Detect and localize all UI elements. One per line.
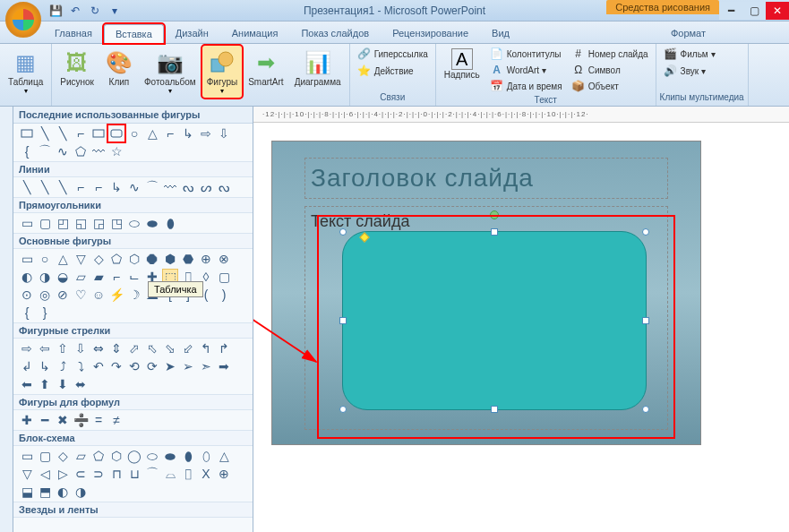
shape-item[interactable]: ➢ [180, 358, 196, 374]
shape-item[interactable]: ↱ [216, 340, 232, 356]
shape-item[interactable]: ⬁ [144, 340, 160, 356]
shape-item[interactable]: ▽ [73, 251, 89, 267]
shape-item[interactable]: ⬬ [162, 448, 178, 464]
shape-item[interactable]: ⬮ [162, 215, 178, 231]
shape-item[interactable]: ⌷ [180, 466, 196, 482]
shape-item[interactable]: ➗ [73, 412, 89, 428]
shape-item[interactable]: ╲ [19, 179, 35, 195]
shape-item[interactable]: ⬇ [55, 376, 71, 392]
shape-item[interactable]: ⚡ [108, 287, 124, 303]
chart-button[interactable]: 📊Диаграмма [290, 46, 346, 90]
shape-item[interactable]: ⇦ [37, 340, 53, 356]
shape-item[interactable]: ◑ [73, 484, 89, 500]
office-button[interactable] [5, 2, 41, 38]
shape-line-icon[interactable]: ╲ [37, 125, 53, 142]
shape-arc-icon[interactable]: ⌒ [37, 143, 53, 159]
undo-icon[interactable]: ↶ [66, 4, 84, 18]
shape-item[interactable]: ⬌ [73, 376, 89, 392]
shape-item[interactable]: ⬂ [162, 340, 178, 356]
shape-item[interactable]: ⊕ [216, 466, 232, 482]
sound-button[interactable]: 🔊Звук ▾ [660, 63, 710, 79]
shape-item[interactable]: ⊙ [19, 287, 35, 303]
shape-item[interactable]: ⊂ [73, 466, 89, 482]
shape-item[interactable]: ⬬ [144, 215, 160, 231]
shape-item[interactable]: ◇ [90, 251, 107, 267]
object-button[interactable]: 📦Объект [568, 78, 652, 94]
shape-item[interactable]: ⇔ [90, 340, 107, 356]
minimize-button[interactable]: ━ [719, 2, 742, 20]
shape-item[interactable]: { [19, 305, 35, 321]
shape-item[interactable]: ↶ [90, 358, 107, 374]
shape-item[interactable]: ▷ [55, 466, 71, 482]
shape-line2-icon[interactable]: ╲ [55, 125, 71, 142]
shape-item[interactable]: ⬆ [37, 376, 53, 392]
selection-handle-sw[interactable] [339, 406, 347, 413]
shape-item[interactable]: ↲ [19, 358, 35, 374]
shape-item[interactable]: 〰 [162, 179, 178, 195]
tab-animation[interactable]: Анимация [220, 23, 290, 43]
shape-item[interactable]: ⊕ [198, 251, 214, 267]
shape-item[interactable]: ⬣ [180, 251, 196, 267]
shape-item[interactable]: ⬓ [19, 484, 35, 500]
shape-item[interactable]: ◒ [55, 269, 71, 285]
shape-connector-icon[interactable]: ⌐ [73, 125, 89, 142]
shape-item[interactable]: ᔓ [180, 179, 196, 195]
header-footer-button[interactable]: 📄Колонтитулы [486, 46, 566, 62]
shape-item[interactable]: ☽ [126, 287, 142, 303]
picture-button[interactable]: 🖼Рисунок [56, 46, 99, 90]
selection-handle-e[interactable] [642, 317, 649, 324]
datetime-button[interactable]: 📅Дата и время [486, 78, 566, 94]
shape-item[interactable]: △ [55, 251, 71, 267]
shape-item[interactable]: ) [216, 287, 232, 303]
shape-item[interactable]: ⬀ [126, 340, 142, 356]
shape-item[interactable]: ➣ [198, 358, 214, 374]
shape-item[interactable]: ◳ [108, 215, 124, 231]
shape-freeform-icon[interactable]: ⬠ [73, 143, 89, 159]
redo-icon[interactable]: ↻ [86, 4, 104, 18]
shape-item[interactable]: ◐ [55, 484, 71, 500]
shape-item[interactable]: ⇧ [55, 340, 71, 356]
shape-item[interactable]: } [37, 305, 53, 321]
shape-item[interactable]: ∿ [126, 179, 142, 195]
shape-item[interactable]: = [90, 412, 107, 428]
shape-item[interactable]: ⌙ [126, 269, 142, 285]
shape-item[interactable]: ▰ [90, 269, 107, 285]
shape-item[interactable]: ᔓ [216, 179, 232, 195]
shape-item[interactable]: ⇩ [73, 340, 89, 356]
shape-item[interactable]: ◲ [90, 215, 107, 231]
qat-more-icon[interactable]: ▾ [106, 4, 124, 18]
shape-item[interactable]: ◰ [55, 215, 71, 231]
shape-item[interactable]: ⌒ [144, 466, 160, 482]
shape-connector2-icon[interactable]: ⌐ [162, 125, 178, 142]
shape-item[interactable]: ▭ [19, 448, 35, 464]
smartart-button[interactable]: ➡SmartArt [244, 46, 287, 90]
shape-item[interactable]: ◑ [37, 269, 53, 285]
wordart-button[interactable]: AWordArt ▾ [486, 62, 566, 78]
rotation-handle[interactable] [490, 210, 499, 219]
shape-item[interactable]: ⊗ [216, 251, 232, 267]
shape-item[interactable]: ⤴ [55, 358, 71, 374]
clipart-button[interactable]: 🎨Клип [100, 46, 138, 90]
shape-oval-icon[interactable]: ○ [126, 125, 142, 142]
textbox-button[interactable]: AНадпись [440, 46, 485, 82]
tab-view[interactable]: Вид [480, 23, 521, 43]
shape-item[interactable]: ↷ [108, 358, 124, 374]
shape-item[interactable]: ᔕ [198, 179, 214, 195]
shape-item[interactable]: ⟳ [144, 358, 160, 374]
tab-design[interactable]: Дизайн [164, 23, 220, 43]
shape-item[interactable]: ↳ [37, 358, 53, 374]
tab-review[interactable]: Рецензирование [381, 23, 480, 43]
close-button[interactable]: ✕ [766, 2, 789, 20]
shape-item[interactable]: ⊓ [108, 466, 124, 482]
shape-item[interactable]: ◱ [73, 215, 89, 231]
shape-item[interactable]: ✖ [55, 412, 71, 428]
shape-item[interactable]: X [198, 466, 214, 482]
symbol-button[interactable]: ΩСимвол [568, 62, 652, 78]
shape-item[interactable]: ⬠ [90, 448, 107, 464]
shape-star-icon[interactable]: ☆ [108, 143, 124, 159]
shape-brace-icon[interactable]: { [19, 143, 35, 159]
shape-item[interactable]: ⬡ [108, 448, 124, 464]
shape-item[interactable]: ⊘ [55, 287, 71, 303]
adjustment-handle[interactable] [359, 232, 369, 242]
shape-item[interactable]: ⌐ [73, 179, 89, 195]
